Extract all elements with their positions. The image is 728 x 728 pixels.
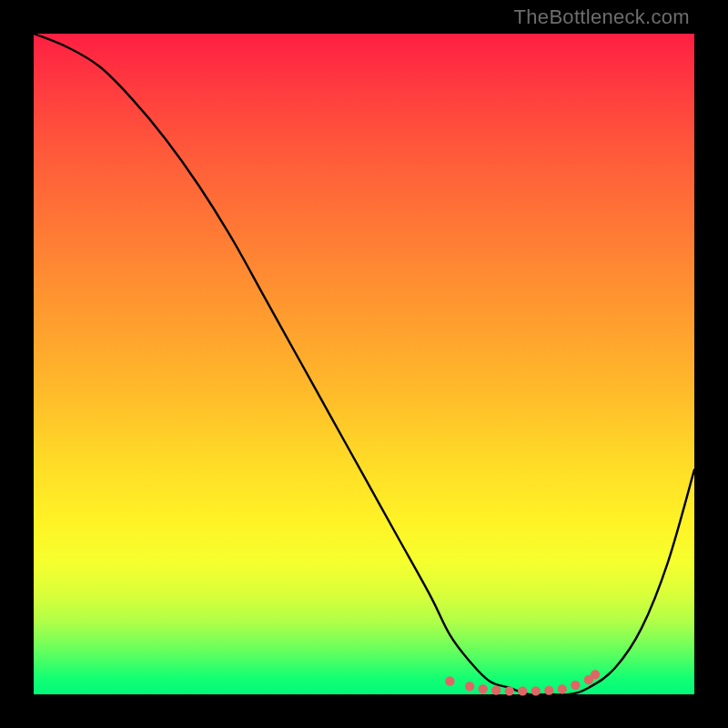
watermark-text: TheBottleneck.com <box>514 5 690 29</box>
optimal-marker <box>531 686 541 695</box>
optimal-marker <box>505 686 514 695</box>
optimal-marker <box>518 686 527 695</box>
optimal-marker <box>558 684 567 693</box>
optimal-marker <box>571 681 580 690</box>
curve-svg <box>34 34 694 694</box>
optimal-marker <box>591 670 600 679</box>
plot-area <box>34 34 694 694</box>
optimal-marker <box>465 682 474 691</box>
optimal-marker <box>478 684 487 693</box>
optimal-marker <box>445 676 454 685</box>
optimal-marker <box>491 685 500 694</box>
chart-stage: TheBottleneck.com <box>0 0 728 728</box>
bottleneck-curve <box>34 34 694 695</box>
optimal-marker <box>544 685 553 694</box>
